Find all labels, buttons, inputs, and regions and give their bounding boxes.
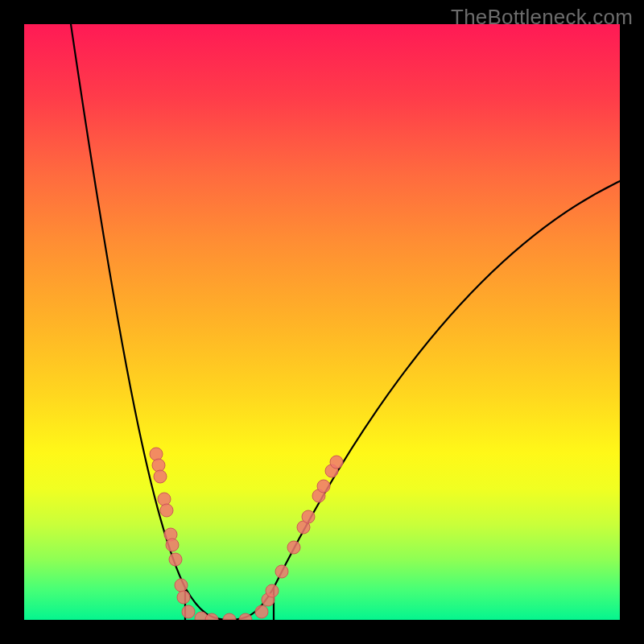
data-point bbox=[166, 539, 179, 551]
data-point bbox=[158, 493, 171, 506]
bottleneck-curve bbox=[71, 24, 620, 620]
watermark-text: TheBottleneck.com bbox=[451, 5, 633, 30]
data-point bbox=[154, 470, 167, 483]
data-point bbox=[275, 565, 288, 578]
plot-area bbox=[24, 24, 620, 620]
data-point bbox=[177, 591, 190, 604]
data-point bbox=[150, 448, 163, 460]
data-point bbox=[330, 456, 343, 469]
data-point bbox=[152, 459, 165, 472]
data-point bbox=[287, 541, 300, 554]
data-point bbox=[160, 504, 173, 517]
data-point bbox=[317, 480, 330, 493]
curve-layer bbox=[24, 24, 620, 620]
data-point bbox=[169, 553, 182, 566]
data-point bbox=[182, 605, 195, 618]
data-point bbox=[175, 579, 188, 592]
data-point bbox=[266, 584, 279, 597]
data-point bbox=[223, 613, 236, 620]
data-point bbox=[255, 605, 268, 618]
chart-frame: TheBottleneck.com bbox=[0, 0, 644, 644]
data-point bbox=[302, 510, 315, 523]
